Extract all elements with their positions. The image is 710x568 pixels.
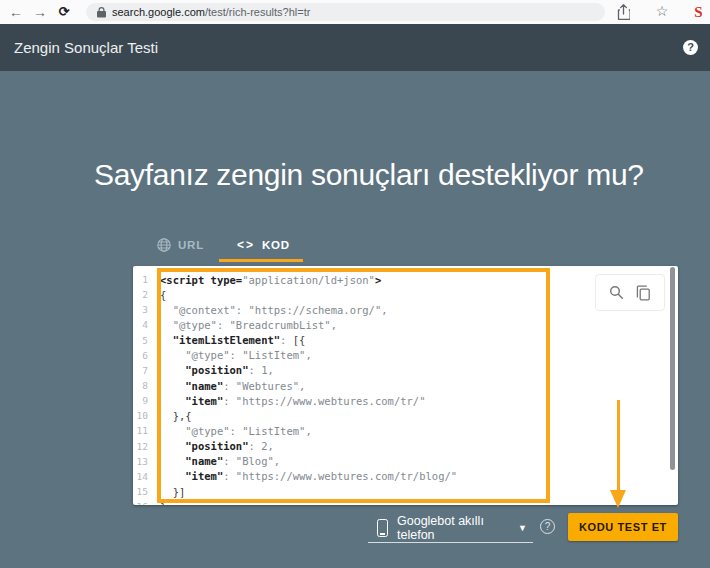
tab-url[interactable]: URL <box>157 238 204 252</box>
search-icon[interactable] <box>609 285 624 300</box>
url-bar[interactable]: search.google.com/test/rich-results?hl=t… <box>86 3 605 21</box>
code-line: 8 "name": "Webtures", <box>133 378 678 393</box>
browser-back-icon[interactable]: ← <box>7 0 25 24</box>
app-header: Zengin Sonuçlar Testi ? <box>0 24 710 71</box>
share-icon[interactable] <box>617 4 630 24</box>
code-line: 5 "itemListElement": [{ <box>133 333 678 348</box>
code-line: 15 }] <box>133 484 678 499</box>
line-number: 7 <box>133 365 152 376</box>
globe-icon <box>157 238 171 252</box>
line-number: 6 <box>133 350 152 361</box>
app-title: Zengin Sonuçlar Testi <box>14 24 158 71</box>
line-number: 15 <box>133 486 152 497</box>
line-number: 12 <box>133 441 152 452</box>
code-text: "name": "Blog", <box>152 455 678 467</box>
annotation-arrow-head <box>610 490 626 508</box>
test-code-button[interactable]: KODU TEST ET <box>568 513 678 541</box>
user-agent-value: Googlebot akıllı telefon <box>397 514 518 542</box>
code-text: } <box>152 501 678 505</box>
url-path: /test/rich-results?hl=tr <box>205 6 310 18</box>
copy-icon[interactable] <box>636 285 651 301</box>
editor-toolbar <box>595 274 665 311</box>
code-text: "itemListElement": [{ <box>152 334 678 346</box>
code-line: 4 "@type": "BreadcrumbList", <box>133 317 678 332</box>
code-line: 14 "item": "https://www.webtures.com/tr/… <box>133 469 678 484</box>
line-number: 3 <box>133 304 152 315</box>
code-line: 12 "position": 2, <box>133 439 678 454</box>
url-host: search.google.com <box>112 6 205 18</box>
page-title: Sayfanız zengin sonuçları destekliyor mu… <box>94 158 710 192</box>
code-text: "position": 1, <box>152 364 678 376</box>
line-number: 10 <box>133 410 152 421</box>
code-text: "@type": "ListItem", <box>152 425 678 437</box>
code-line: 6 "@type": "ListItem", <box>133 348 678 363</box>
line-number: 11 <box>133 425 152 436</box>
code-text: "item": "https://www.webtures.com/tr/" <box>152 395 678 407</box>
browser-forward-icon[interactable]: → <box>31 0 49 24</box>
annotation-arrow <box>617 400 620 492</box>
smartphone-icon <box>377 519 388 537</box>
line-number: 5 <box>133 335 152 346</box>
browser-chrome: ← → ⟳ search.google.com/test/rich-result… <box>0 0 710 24</box>
line-number: 1 <box>133 274 152 285</box>
line-number: 14 <box>133 471 152 482</box>
line-number: 8 <box>133 380 152 391</box>
line-number: 2 <box>133 289 152 300</box>
line-number: 16 <box>133 501 152 505</box>
code-text: "item": "https://www.webtures.com/tr/blo… <box>152 470 678 482</box>
browser-reload-icon[interactable]: ⟳ <box>55 0 73 24</box>
code-line: 13 "name": "Blog", <box>133 454 678 469</box>
tab-kod[interactable]: <> KOD <box>237 238 290 252</box>
scrollbar-thumb[interactable] <box>670 267 675 470</box>
active-tab-indicator <box>219 259 303 262</box>
code-text: "@type": "BreadcrumbList", <box>152 319 678 331</box>
extension-icon[interactable]: S <box>690 0 707 24</box>
tab-kod-label: KOD <box>262 239 290 251</box>
code-icon: <> <box>237 238 255 252</box>
code-text: "name": "Webtures", <box>152 380 678 392</box>
help-icon[interactable]: ? <box>683 40 698 55</box>
footer-help-icon[interactable]: ? <box>540 519 555 534</box>
line-number: 4 <box>133 319 152 330</box>
lock-icon <box>97 7 106 18</box>
code-text: }] <box>152 486 678 498</box>
bookmark-star-icon[interactable]: ☆ <box>654 0 670 24</box>
tab-url-label: URL <box>178 239 204 251</box>
user-agent-select[interactable]: Googlebot akıllı telefon ▼ <box>368 513 533 543</box>
code-text: "@type": "ListItem", <box>152 349 678 361</box>
code-line: 7 "position": 1, <box>133 363 678 378</box>
code-line: 9 "item": "https://www.webtures.com/tr/" <box>133 393 678 408</box>
code-text: "position": 2, <box>152 440 678 452</box>
chevron-down-icon: ▼ <box>518 523 527 533</box>
code-line: 10 },{ <box>133 408 678 423</box>
code-text: },{ <box>152 410 678 422</box>
line-number: 9 <box>133 395 152 406</box>
code-editor[interactable]: 1<script type="application/ld+json">2{3 … <box>133 266 678 505</box>
code-line: 11 "@type": "ListItem", <box>133 423 678 438</box>
line-number: 13 <box>133 456 152 467</box>
code-line: 16} <box>133 499 678 505</box>
